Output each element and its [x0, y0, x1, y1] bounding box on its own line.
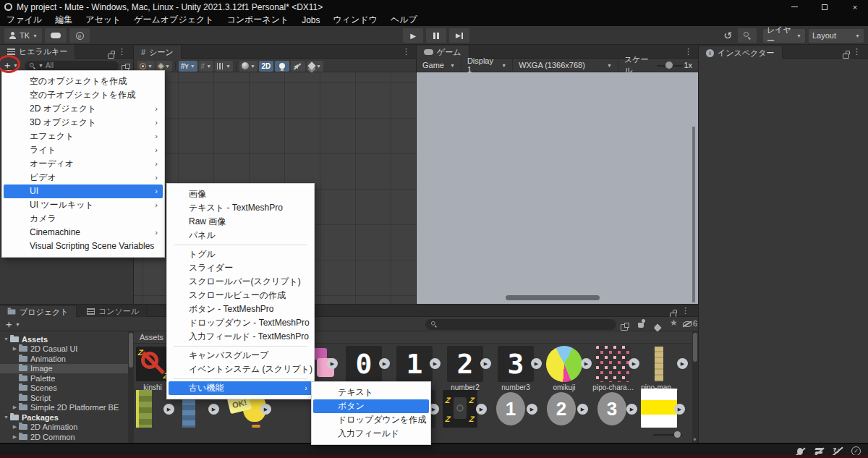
tab-game[interactable]: ゲーム [417, 46, 469, 59]
cache-layers-disabled-icon[interactable] [814, 446, 824, 455]
menu-item[interactable]: Cinemachine› [2, 226, 164, 239]
expand-subassets-button[interactable]: ▶ [327, 358, 338, 369]
expand-subassets-button[interactable]: ▶ [163, 404, 174, 415]
expand-subassets-button[interactable]: ▶ [260, 404, 271, 415]
undo-history-icon[interactable]: ↺ [723, 30, 732, 41]
asset-thumb-number1[interactable]: 1 [396, 346, 433, 382]
menu-edit[interactable]: 編集 [48, 14, 79, 26]
menu-item[interactable]: ドロップダウン - TextMeshPro [167, 316, 314, 330]
asset-thumb-speaker[interactable]: Z Z Z Z [443, 390, 477, 428]
menu-item[interactable]: ボタン - TextMeshPro [167, 302, 314, 316]
scene-effects-button[interactable]: ▼ [307, 61, 323, 72]
expand-subassets-button[interactable]: ▶ [527, 404, 537, 415]
asset-thumb-kinshi[interactable]: Z Z [136, 347, 171, 381]
menu-item[interactable]: テキスト [312, 386, 430, 399]
shading-mode-button[interactable]: ▼ [239, 61, 258, 72]
scrollbar-thumb[interactable] [129, 333, 133, 368]
expand-subassets-button[interactable]: ▶ [577, 404, 588, 415]
expand-subassets-button[interactable]: ▶ [677, 358, 688, 369]
2d-toggle-button[interactable]: 2D [259, 61, 273, 72]
menu-help[interactable]: ヘルプ [384, 14, 424, 26]
menu-item[interactable]: ビデオ› [2, 171, 164, 185]
menu-item[interactable]: UI ツールキット› [2, 198, 164, 212]
menu-item[interactable]: スライダー [167, 261, 314, 275]
asset-thumb-number0[interactable]: 0 [346, 346, 382, 382]
kebab-menu-icon[interactable]: ⋮ [402, 48, 410, 56]
menu-item-button-highlighted[interactable]: ボタン [313, 399, 429, 413]
step-button[interactable]: ▶ [449, 28, 469, 43]
grid-axis-button[interactable]: #ʏ▼ [179, 61, 197, 72]
foldout-closed-icon[interactable]: ▶ [11, 404, 19, 410]
tree-item[interactable]: Palette [0, 373, 128, 383]
asset-thumb-pipo-map[interactable] [642, 346, 676, 382]
refresh-disabled-icon[interactable]: ↻ [833, 446, 843, 456]
slider-thumb[interactable] [665, 62, 673, 69]
game-mode-dropdown[interactable]: Game▼ [417, 59, 461, 72]
menu-item[interactable]: ドロップダウンを作成 [312, 413, 430, 427]
menu-component[interactable]: コンポーネント [221, 14, 296, 26]
menu-assets[interactable]: アセット [79, 14, 127, 26]
kebab-menu-icon[interactable]: ⋮ [118, 48, 126, 56]
thumbnail-size-slider[interactable] [653, 431, 682, 438]
menu-item[interactable]: Visual Scripting Scene Variables [2, 239, 164, 253]
menu-item[interactable]: キャンバスグループ [167, 349, 314, 362]
scene-audio-mute-button[interactable] [291, 61, 305, 72]
layout-dropdown[interactable]: Layout ▼ [809, 29, 864, 43]
tree-item-selected[interactable]: Image [0, 364, 128, 374]
tree-item-assets[interactable]: ▼ Assets [0, 334, 128, 344]
menu-item[interactable]: トグル [167, 247, 314, 261]
foldout-open-icon[interactable]: ▼ [2, 415, 10, 420]
account-button[interactable]: TK ▼ [4, 28, 42, 43]
scale-slider[interactable] [657, 62, 679, 69]
menu-item[interactable]: 空の子オブジェクトを作成 [2, 88, 164, 102]
cloud-button[interactable] [45, 28, 67, 43]
activity-check-icon[interactable]: ✓ [851, 446, 861, 456]
tree-item[interactable]: ▶ 2D Casual UI [0, 344, 128, 355]
menu-item-ui-highlighted[interactable]: UI› [4, 185, 163, 198]
foldout-closed-icon[interactable]: ▶ [11, 434, 19, 440]
debugger-disabled-icon[interactable] [795, 446, 805, 455]
menu-item[interactable]: イベントシステム (スクリプト) [167, 362, 314, 376]
resolution-dropdown[interactable]: WXGA (1366x768)▼ [513, 59, 618, 72]
expand-subassets-button[interactable]: ▶ [480, 358, 491, 369]
menu-window[interactable]: ウィンドウ [327, 14, 384, 26]
tree-item[interactable]: ▶ 2D Animation [0, 423, 128, 433]
menu-item[interactable]: 入力フィールド [312, 427, 430, 441]
menu-item[interactable]: ライト› [2, 143, 164, 157]
menu-item[interactable]: 3D オブジェクト› [2, 116, 164, 130]
scroll-down-arrow[interactable]: ▼ [692, 437, 697, 442]
menu-item[interactable]: 入力フィールド - TextMeshPro [167, 330, 314, 344]
grid-snap-button[interactable]: #▼ [199, 61, 214, 72]
menu-item[interactable]: スクロールバー(スクリプト) [167, 275, 314, 289]
asset-thumb-circle-2[interactable]: 2 [544, 390, 579, 428]
minimize-button[interactable] [787, 1, 801, 12]
maximize-button[interactable] [817, 1, 832, 12]
tab-console[interactable]: コンソール [80, 305, 147, 318]
menu-gameobject[interactable]: ゲームオブジェクト [127, 14, 220, 26]
menu-jobs[interactable]: Jobs [295, 14, 326, 26]
hidden-packages-toggle[interactable]: 6 [683, 319, 697, 328]
package-icon[interactable] [637, 319, 646, 328]
add-asset-button[interactable]: ＋ ▼ [4, 319, 20, 329]
expand-subassets-button[interactable]: ▶ [581, 358, 592, 369]
tree-item[interactable]: Scenes [0, 383, 128, 394]
asset-thumb-circle-3[interactable]: 3 [595, 390, 629, 428]
tab-scene[interactable]: # シーン [134, 46, 182, 59]
asset-thumb-yellow-stripe[interactable] [641, 389, 677, 428]
plastic-scm-button[interactable]: p [69, 28, 90, 43]
layers-dropdown[interactable]: レイヤー ▼ [763, 29, 805, 43]
menu-item[interactable]: Raw 画像 [167, 215, 314, 229]
tree-item-packages[interactable]: ▼ Packages [0, 412, 128, 423]
play-button[interactable]: ▶ [403, 28, 423, 43]
expand-subassets-button[interactable]: ▶ [674, 404, 685, 415]
favorites-star-icon[interactable]: ★ [670, 318, 678, 328]
snap-increment-button[interactable]: ▼ [215, 61, 233, 72]
asset-thumb-omikuji[interactable] [546, 346, 582, 382]
kebab-menu-icon[interactable]: ⋮ [681, 307, 689, 315]
menu-item-legacy-highlighted[interactable]: 古い機能› [169, 381, 312, 395]
scrollbar-thumb[interactable] [693, 333, 697, 362]
asset-thumb-number3[interactable]: 3 [498, 346, 534, 382]
foldout-closed-icon[interactable]: ▶ [11, 346, 19, 352]
close-button[interactable]: × [848, 1, 862, 12]
expand-subassets-button[interactable]: ▶ [629, 358, 639, 369]
